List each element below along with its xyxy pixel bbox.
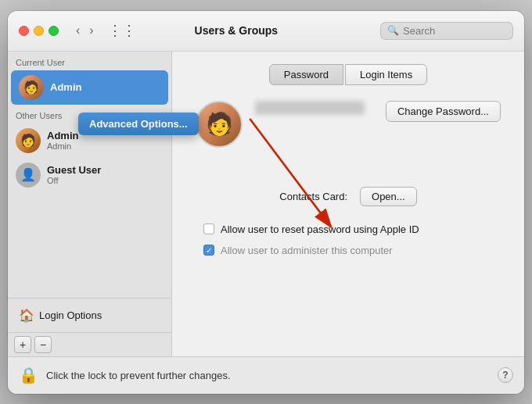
search-bar[interactable]: 🔍 [380,22,513,40]
lock-icon[interactable]: 🔒 [19,366,38,384]
checkbox-admin-label: Allow user to administer this computer [221,245,393,256]
avatar-other-admin: 🧑 [16,128,41,153]
change-password-button[interactable]: Change Password... [386,101,501,122]
nav-buttons: ‹ › [73,23,97,38]
user-item-current-admin[interactable]: 🧑 Admin [11,70,168,105]
profile-area: 🧑 Change Password... [188,101,509,148]
current-user-label: Current User [8,52,171,70]
add-user-button[interactable]: + [14,336,31,353]
sidebar-toolbar: + − [8,332,171,356]
user-info-other-admin: Admin Admin [47,130,78,151]
bottom-bar-text: Click the lock to prevent further change… [46,370,490,381]
main-content: Current User 🧑 Admin Advanced Options...… [8,52,524,356]
maximize-button[interactable] [49,26,59,36]
forward-button[interactable]: › [86,23,96,38]
minimize-button[interactable] [34,26,44,36]
avatar-guest: 👤 [16,163,41,188]
login-options-item[interactable]: 🏠 Login Options [11,303,168,327]
back-button[interactable]: ‹ [73,23,83,38]
user-info-current-admin: Admin [50,81,81,93]
context-menu-label: Advanced Options... [89,118,188,130]
tab-password[interactable]: Password [269,64,343,85]
user-role-guest: Off [47,176,101,185]
titlebar: ‹ › ⋮⋮ Users & Groups 🔍 [8,11,524,52]
remove-user-button[interactable]: − [34,336,52,353]
checkbox-reset-password-label: Allow user to reset password using Apple… [221,223,419,235]
profile-name-blurred [255,101,365,115]
search-input[interactable] [403,25,506,37]
user-role-other-admin: Admin [47,141,78,151]
tab-bar: Password Login Items [188,64,509,85]
avatar-current-admin: 🧑 [19,75,44,100]
sidebar-bottom: 🏠 Login Options [8,298,171,332]
profile-avatar: 🧑 [196,101,243,148]
profile-name-area [255,101,373,120]
window-title: Users & Groups [100,24,372,37]
open-contacts-button[interactable]: Open... [360,187,417,206]
right-panel: Password Login Items 🧑 Change Password..… [172,52,524,356]
close-button[interactable] [19,26,29,36]
checkbox-reset-password[interactable] [203,223,214,234]
user-name-guest: Guest User [47,164,101,176]
help-button[interactable]: ? [498,367,513,383]
user-item-guest[interactable]: 👤 Guest User Off [8,158,171,192]
login-options-label: Login Options [39,309,102,321]
user-info-guest: Guest User Off [47,164,101,185]
traffic-lights [19,26,59,36]
bottom-bar: 🔒 Click the lock to prevent further chan… [8,356,524,394]
sidebar: Current User 🧑 Admin Advanced Options...… [8,52,172,356]
contacts-card-row: Contacts Card: Open... [188,187,509,206]
user-name-other-admin: Admin [47,130,78,141]
system-preferences-window: ‹ › ⋮⋮ Users & Groups 🔍 Current User 🧑 A… [8,11,524,394]
contacts-card-label: Contacts Card: [279,191,347,202]
tab-login-items[interactable]: Login Items [345,64,427,85]
user-name-current-admin: Admin [50,81,81,93]
checkbox-admin[interactable]: ✓ [203,245,214,256]
house-icon: 🏠 [19,308,34,323]
checkbox-reset-password-row: Allow user to reset password using Apple… [188,219,509,240]
search-icon: 🔍 [387,25,399,36]
checkbox-admin-row: ✓ Allow user to administer this computer [188,240,509,261]
context-menu-advanced[interactable]: Advanced Options... [78,113,199,135]
